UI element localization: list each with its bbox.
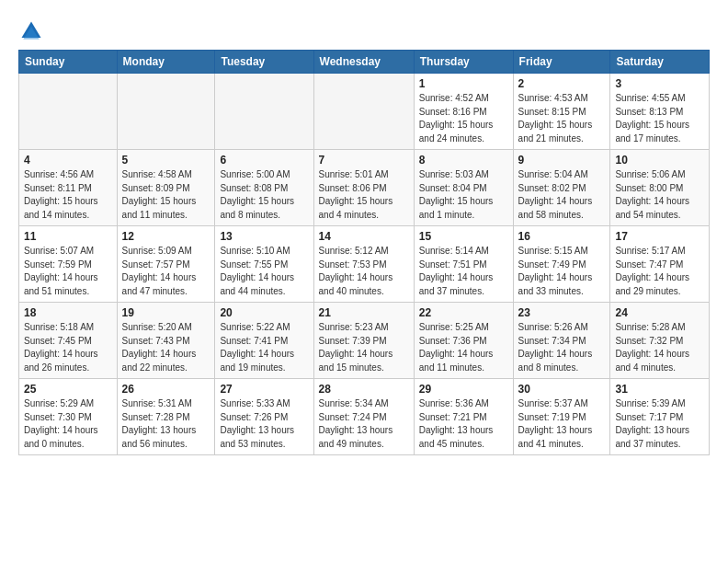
weekday-header-wednesday: Wednesday [313, 51, 414, 74]
day-info: Sunrise: 5:33 AMSunset: 7:26 PMDaylight:… [220, 397, 308, 451]
day-info: Sunrise: 5:06 AMSunset: 8:00 PMDaylight:… [615, 168, 704, 222]
day-number: 19 [122, 306, 210, 319]
calendar-cell: 4Sunrise: 4:56 AMSunset: 8:11 PMDaylight… [19, 150, 118, 226]
day-number: 7 [319, 154, 409, 167]
calendar-cell: 6Sunrise: 5:00 AMSunset: 8:08 PMDaylight… [215, 150, 313, 226]
day-number: 26 [122, 383, 210, 396]
calendar-week-row: 1Sunrise: 4:52 AMSunset: 8:16 PMDaylight… [19, 74, 710, 150]
calendar-week-row: 18Sunrise: 5:18 AMSunset: 7:45 PMDayligh… [19, 303, 710, 379]
day-info: Sunrise: 5:23 AMSunset: 7:39 PMDaylight:… [319, 321, 409, 374]
day-number: 2 [518, 77, 606, 90]
day-number: 23 [518, 306, 606, 319]
calendar-cell: 31Sunrise: 5:39 AMSunset: 7:17 PMDayligh… [610, 379, 710, 455]
weekday-header-friday: Friday [513, 51, 610, 74]
day-info: Sunrise: 5:28 AMSunset: 7:32 PMDaylight:… [615, 321, 704, 374]
day-info: Sunrise: 4:56 AMSunset: 8:11 PMDaylight:… [24, 168, 112, 222]
day-number: 29 [419, 383, 508, 396]
day-info: Sunrise: 5:12 AMSunset: 7:53 PMDaylight:… [319, 245, 409, 298]
calendar-cell: 29Sunrise: 5:36 AMSunset: 7:21 PMDayligh… [414, 379, 513, 455]
calendar-cell: 7Sunrise: 5:01 AMSunset: 8:06 PMDaylight… [313, 150, 414, 226]
day-number: 24 [615, 306, 704, 319]
day-info: Sunrise: 5:18 AMSunset: 7:45 PMDaylight:… [24, 321, 112, 374]
calendar-cell [117, 74, 215, 150]
calendar-week-row: 11Sunrise: 5:07 AMSunset: 7:59 PMDayligh… [19, 226, 710, 303]
calendar-cell: 23Sunrise: 5:26 AMSunset: 7:34 PMDayligh… [513, 303, 610, 379]
calendar-cell: 2Sunrise: 4:53 AMSunset: 8:15 PMDaylight… [513, 74, 610, 150]
calendar-table: SundayMondayTuesdayWednesdayThursdayFrid… [18, 50, 710, 455]
page: SundayMondayTuesdayWednesdayThursdayFrid… [0, 0, 728, 465]
calendar-cell: 9Sunrise: 5:04 AMSunset: 8:02 PMDaylight… [513, 150, 610, 226]
day-info: Sunrise: 5:14 AMSunset: 7:51 PMDaylight:… [419, 245, 508, 298]
day-number: 25 [24, 383, 112, 396]
weekday-header-saturday: Saturday [610, 51, 710, 74]
day-number: 27 [220, 383, 308, 396]
weekday-header-monday: Monday [117, 51, 215, 74]
day-info: Sunrise: 5:03 AMSunset: 8:04 PMDaylight:… [419, 168, 508, 222]
calendar-cell: 24Sunrise: 5:28 AMSunset: 7:32 PMDayligh… [610, 303, 710, 379]
day-number: 28 [319, 383, 409, 396]
calendar-cell: 5Sunrise: 4:58 AMSunset: 8:09 PMDaylight… [117, 150, 215, 226]
calendar-cell: 12Sunrise: 5:09 AMSunset: 7:57 PMDayligh… [117, 226, 215, 303]
day-info: Sunrise: 5:34 AMSunset: 7:24 PMDaylight:… [319, 397, 409, 451]
calendar-header-row: SundayMondayTuesdayWednesdayThursdayFrid… [19, 51, 710, 74]
calendar-cell: 22Sunrise: 5:25 AMSunset: 7:36 PMDayligh… [414, 303, 513, 379]
day-number: 6 [220, 154, 308, 167]
day-info: Sunrise: 5:01 AMSunset: 8:06 PMDaylight:… [319, 168, 409, 222]
day-info: Sunrise: 5:09 AMSunset: 7:57 PMDaylight:… [122, 245, 210, 298]
day-info: Sunrise: 5:22 AMSunset: 7:41 PMDaylight:… [220, 321, 308, 374]
day-info: Sunrise: 5:04 AMSunset: 8:02 PMDaylight:… [518, 168, 606, 222]
day-number: 16 [518, 230, 606, 243]
calendar-cell: 13Sunrise: 5:10 AMSunset: 7:55 PMDayligh… [215, 226, 313, 303]
calendar-cell: 18Sunrise: 5:18 AMSunset: 7:45 PMDayligh… [19, 303, 118, 379]
day-number: 30 [518, 383, 606, 396]
calendar-cell: 25Sunrise: 5:29 AMSunset: 7:30 PMDayligh… [19, 379, 118, 455]
calendar-week-row: 4Sunrise: 4:56 AMSunset: 8:11 PMDaylight… [19, 150, 710, 226]
day-number: 20 [220, 306, 308, 319]
weekday-header-thursday: Thursday [414, 51, 513, 74]
day-number: 21 [319, 306, 409, 319]
day-number: 22 [419, 306, 508, 319]
calendar-cell: 17Sunrise: 5:17 AMSunset: 7:47 PMDayligh… [610, 226, 710, 303]
calendar-cell: 8Sunrise: 5:03 AMSunset: 8:04 PMDaylight… [414, 150, 513, 226]
day-info: Sunrise: 5:17 AMSunset: 7:47 PMDaylight:… [615, 245, 704, 298]
day-number: 10 [615, 154, 704, 167]
calendar-cell: 21Sunrise: 5:23 AMSunset: 7:39 PMDayligh… [313, 303, 414, 379]
calendar-cell: 10Sunrise: 5:06 AMSunset: 8:00 PMDayligh… [610, 150, 710, 226]
calendar-cell [313, 74, 414, 150]
calendar-cell [215, 74, 313, 150]
logo-icon [18, 18, 44, 44]
day-number: 9 [518, 154, 606, 167]
day-info: Sunrise: 5:20 AMSunset: 7:43 PMDaylight:… [122, 321, 210, 374]
calendar-week-row: 25Sunrise: 5:29 AMSunset: 7:30 PMDayligh… [19, 379, 710, 455]
day-info: Sunrise: 5:26 AMSunset: 7:34 PMDaylight:… [518, 321, 606, 374]
day-number: 31 [615, 383, 704, 396]
calendar-cell: 27Sunrise: 5:33 AMSunset: 7:26 PMDayligh… [215, 379, 313, 455]
logo [18, 18, 48, 44]
day-info: Sunrise: 4:55 AMSunset: 8:13 PMDaylight:… [615, 92, 704, 145]
day-number: 14 [319, 230, 409, 243]
day-number: 8 [419, 154, 508, 167]
calendar-cell: 3Sunrise: 4:55 AMSunset: 8:13 PMDaylight… [610, 74, 710, 150]
day-number: 18 [24, 306, 112, 319]
calendar-cell: 30Sunrise: 5:37 AMSunset: 7:19 PMDayligh… [513, 379, 610, 455]
day-number: 17 [615, 230, 704, 243]
weekday-header-sunday: Sunday [19, 51, 118, 74]
day-info: Sunrise: 5:31 AMSunset: 7:28 PMDaylight:… [122, 397, 210, 451]
day-number: 3 [615, 77, 704, 90]
day-info: Sunrise: 4:58 AMSunset: 8:09 PMDaylight:… [122, 168, 210, 222]
day-number: 11 [24, 230, 112, 243]
calendar-cell: 14Sunrise: 5:12 AMSunset: 7:53 PMDayligh… [313, 226, 414, 303]
day-number: 15 [419, 230, 508, 243]
calendar-cell: 15Sunrise: 5:14 AMSunset: 7:51 PMDayligh… [414, 226, 513, 303]
calendar-cell: 20Sunrise: 5:22 AMSunset: 7:41 PMDayligh… [215, 303, 313, 379]
day-info: Sunrise: 5:37 AMSunset: 7:19 PMDaylight:… [518, 397, 606, 451]
day-info: Sunrise: 5:10 AMSunset: 7:55 PMDaylight:… [220, 245, 308, 298]
calendar-cell: 19Sunrise: 5:20 AMSunset: 7:43 PMDayligh… [117, 303, 215, 379]
day-number: 5 [122, 154, 210, 167]
calendar-cell: 28Sunrise: 5:34 AMSunset: 7:24 PMDayligh… [313, 379, 414, 455]
day-info: Sunrise: 5:29 AMSunset: 7:30 PMDaylight:… [24, 397, 112, 451]
weekday-header-tuesday: Tuesday [215, 51, 313, 74]
day-number: 4 [24, 154, 112, 167]
day-info: Sunrise: 5:25 AMSunset: 7:36 PMDaylight:… [419, 321, 508, 374]
day-info: Sunrise: 4:52 AMSunset: 8:16 PMDaylight:… [419, 92, 508, 145]
